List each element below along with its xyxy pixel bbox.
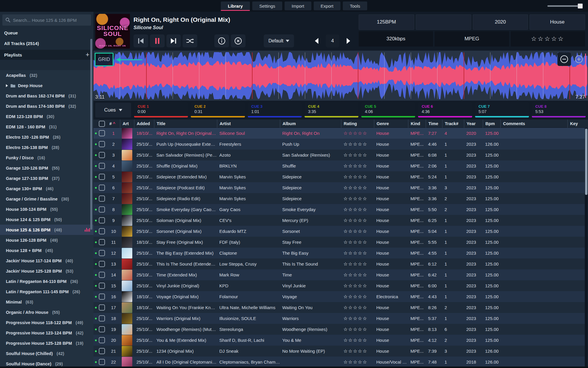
cancel-button[interactable] bbox=[231, 34, 245, 47]
table-row[interactable]: 1718/10/...Waiting On You (Frankie Knuck… bbox=[93, 302, 588, 313]
cell-rating[interactable]: ☆☆☆☆☆ bbox=[341, 185, 374, 190]
cue-pad-2[interactable]: CUE 20:31 bbox=[191, 103, 245, 117]
sidebar-playlist-item[interactable]: House 108-124 BPM(55) bbox=[0, 204, 93, 214]
sidebar-playlist-item[interactable]: Progressive House 123-124 BPM(42) bbox=[0, 328, 93, 338]
sidebar-playlist-item[interactable]: Latin / Reggaeton 111-145 BPM(26) bbox=[0, 286, 93, 297]
table-row[interactable]: 225/10/...Push Up (Housequake Extend...F… bbox=[93, 139, 588, 150]
table-row[interactable]: 1525/10/...Vinyl Junkie (Original)KPDVin… bbox=[93, 280, 588, 291]
cell-rating[interactable]: ☆☆☆☆☆ bbox=[341, 239, 374, 245]
table-row[interactable]: 2025/10/...You & Me (Extended Mix)Sharif… bbox=[93, 335, 588, 346]
search-box[interactable] bbox=[2, 14, 91, 26]
cell-rating[interactable]: ☆☆☆☆☆ bbox=[341, 348, 374, 354]
column-header-added[interactable]: Added bbox=[134, 120, 154, 128]
table-row[interactable]: 425/10/...Shuffle (Original Mix)BRKLYNSh… bbox=[93, 160, 588, 171]
cell-rating[interactable]: ☆☆☆☆☆ bbox=[341, 261, 374, 267]
column-header-year[interactable]: Year bbox=[464, 120, 483, 128]
table-row[interactable]: 1225/10/...The Big Easy (Extended Mix)Cl… bbox=[93, 248, 588, 258]
cell-rating[interactable]: ☆☆☆☆☆ bbox=[341, 272, 374, 278]
cell-rating[interactable]: ☆☆☆☆☆ bbox=[341, 141, 374, 147]
cell-rating[interactable]: ☆☆☆☆☆ bbox=[341, 337, 374, 343]
row-checkbox[interactable] bbox=[99, 326, 105, 332]
table-row[interactable]: 725/10/...Sidepiece (Radio Edit)Marvin S… bbox=[93, 193, 588, 204]
sidebar-playlist-item[interactable]: Funky / Disco(16) bbox=[0, 152, 93, 163]
sidebar-playlist-item[interactable]: Deep House bbox=[0, 80, 93, 91]
key-field[interactable] bbox=[416, 14, 471, 30]
row-checkbox[interactable] bbox=[99, 228, 105, 234]
column-header-genre[interactable]: Genre bbox=[374, 120, 408, 128]
sidebar-playlist-item[interactable]: Electro 120 -126 BPM(26) bbox=[0, 132, 93, 142]
waveform-zoom-in-button[interactable] bbox=[572, 52, 586, 66]
cell-rating[interactable]: ☆☆☆☆☆ bbox=[341, 196, 374, 201]
next-track-button[interactable] bbox=[166, 34, 181, 47]
cues-dropdown[interactable]: Cues bbox=[95, 103, 131, 117]
column-header-key[interactable]: Key bbox=[567, 120, 584, 128]
row-checkbox[interactable] bbox=[99, 315, 105, 321]
cell-rating[interactable]: ☆☆☆☆☆ bbox=[341, 174, 374, 180]
cell-rating[interactable]: ☆☆☆☆☆ bbox=[341, 207, 374, 212]
cue-pad-5[interactable]: CUE 54:06 bbox=[361, 103, 415, 117]
cue-pad-1[interactable]: CUE 10:00 bbox=[134, 103, 188, 117]
cue-pad-8[interactable]: CUE 85:53 bbox=[532, 103, 586, 117]
table-row[interactable]: 825/10/...Smoke Everyday (Gary Caos & ..… bbox=[93, 204, 588, 215]
cue-pad-3[interactable]: CUE 31:01 bbox=[248, 103, 302, 117]
column-header-rating[interactable]: Rating bbox=[341, 120, 374, 128]
sidebar-playlist-item[interactable]: House 125 & 126 BPM(48) bbox=[0, 225, 93, 235]
nav-tab-export[interactable]: Export bbox=[314, 1, 340, 10]
table-scrollbar[interactable] bbox=[585, 128, 588, 368]
row-checkbox[interactable] bbox=[99, 141, 105, 147]
row-checkbox[interactable] bbox=[99, 359, 105, 365]
cell-rating[interactable]: ☆☆☆☆☆ bbox=[341, 326, 374, 332]
sidebar-playlist-item[interactable]: Progressive House 118-122 BPM(49) bbox=[0, 317, 93, 328]
column-header-[interactable]: #^ bbox=[107, 120, 120, 128]
row-checkbox[interactable] bbox=[99, 283, 105, 289]
zoom-slider[interactable] bbox=[547, 4, 583, 8]
page-next-button[interactable] bbox=[342, 34, 355, 47]
table-row[interactable]: 1325/10/...This Is The Sound (Extended .… bbox=[93, 258, 588, 269]
sidebar-playlist-item[interactable]: Garage / Grime / Bassline(30) bbox=[0, 194, 93, 204]
nav-tab-tools[interactable]: Tools bbox=[343, 1, 367, 10]
table-row[interactable]: 525/10/...Sidepiece (Extended Mix)Marvin… bbox=[93, 171, 588, 182]
table-row[interactable]: 2225/10/...All I Do (Original Cleptomani… bbox=[93, 357, 588, 367]
row-checkbox[interactable] bbox=[99, 152, 105, 158]
table-row[interactable]: 925/10/...Soloman (Original Mix)CEV'sMer… bbox=[93, 215, 588, 226]
sidebar-playlist-item[interactable]: Latin / Reggaeton 84-110 BPM(36) bbox=[0, 276, 93, 286]
cell-rating[interactable]: ☆☆☆☆☆ bbox=[341, 294, 374, 299]
genre-field[interactable]: House bbox=[529, 14, 585, 30]
row-checkbox[interactable] bbox=[99, 250, 105, 256]
row-checkbox[interactable] bbox=[99, 163, 105, 169]
nav-tab-settings[interactable]: Settings bbox=[252, 1, 282, 10]
sidebar-playlist-item[interactable]: Progressive House 125-128 BPM(19) bbox=[0, 338, 93, 348]
add-playlist-icon[interactable]: + bbox=[86, 52, 89, 58]
table-row[interactable]: 2125/10/...1234 (Original Mix)DJ SneakNo… bbox=[93, 346, 588, 357]
sidebar-playlist-item[interactable]: EDM 128 - 160 BPM(31) bbox=[0, 122, 93, 132]
sidebar-playlist-item[interactable]: Organic / Afro House(55) bbox=[0, 307, 93, 317]
sidebar-playlist-item[interactable]: Jackin' House 125-128 BPM(53) bbox=[0, 266, 93, 276]
sidebar-playlist-item[interactable]: House 128 + BPM(45) bbox=[0, 245, 93, 256]
column-header-art[interactable]: Art bbox=[120, 120, 134, 128]
nav-tab-import[interactable]: Import bbox=[285, 1, 311, 10]
row-checkbox[interactable] bbox=[99, 206, 105, 213]
sidebar-playlist-item[interactable]: House 124 & 125 BPM(50) bbox=[0, 214, 93, 225]
waveform-zoom-out-button[interactable] bbox=[557, 52, 571, 66]
sidebar-scrollbar[interactable] bbox=[90, 39, 92, 230]
nav-tab-library[interactable]: Library bbox=[221, 1, 250, 10]
cell-rating[interactable]: ☆☆☆☆☆ bbox=[341, 228, 374, 234]
table-row[interactable]: 118/10/...Right On, Right On (Original M… bbox=[93, 128, 588, 139]
row-checkbox[interactable] bbox=[99, 185, 105, 191]
row-checkbox[interactable] bbox=[99, 174, 105, 180]
cell-rating[interactable]: ☆☆☆☆☆ bbox=[341, 130, 374, 136]
cell-rating[interactable]: ☆☆☆☆☆ bbox=[341, 218, 374, 223]
shuffle-button[interactable] bbox=[183, 34, 197, 47]
column-header-kind[interactable]: Kind bbox=[408, 120, 426, 128]
row-checkbox[interactable] bbox=[99, 261, 105, 267]
row-checkbox[interactable] bbox=[99, 348, 105, 354]
column-header-album[interactable]: Album bbox=[280, 120, 341, 128]
cue-pad-4[interactable]: CUE 43:35 bbox=[305, 103, 358, 117]
sidebar-playlist-item[interactable]: Electro 126-138 BPM(28) bbox=[0, 142, 93, 152]
sidebar-playlist-item[interactable]: EDM 123-128 BPM(30) bbox=[0, 111, 93, 122]
sidebar-playlist-item[interactable]: Jackin' House 117-124 BPM(40) bbox=[0, 256, 93, 266]
sidebar-playlist-item[interactable]: Acapellas(32) bbox=[0, 70, 93, 80]
cell-rating[interactable]: ☆☆☆☆☆ bbox=[341, 250, 374, 256]
sidebar-playlist-item[interactable]: Soulful House (Chilled)(42) bbox=[0, 348, 93, 359]
waveform-canvas[interactable] bbox=[93, 51, 588, 101]
